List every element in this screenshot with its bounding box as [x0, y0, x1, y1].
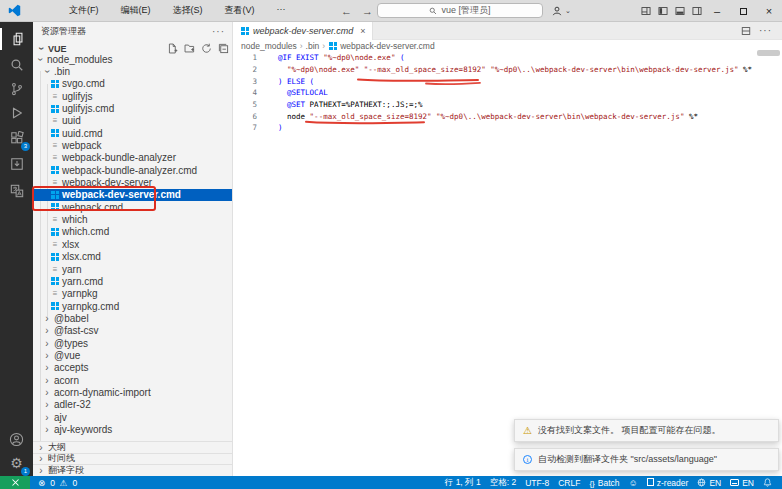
status-item[interactable]: 行 1, 列 1 — [445, 477, 481, 489]
translate-icon[interactable] — [0, 180, 33, 202]
chevron-right-icon: › — [43, 350, 51, 361]
status-item[interactable]: UTF-8 — [525, 478, 549, 488]
search-icon[interactable] — [0, 54, 33, 76]
tree-item[interactable]: yarn.cmd — [33, 275, 233, 287]
run-debug-icon[interactable] — [0, 102, 33, 124]
chevron-right-icon: › — [43, 424, 51, 435]
tree-item[interactable]: xlsx.cmd — [33, 251, 233, 263]
sidebar-section[interactable]: ›时间线 — [33, 453, 233, 465]
status-right-items: 行 1, 列 1空格: 2UTF-8CRLF{}Batch☺z-readerEN… — [445, 477, 782, 489]
tree-item[interactable]: ›@types — [33, 337, 233, 349]
tree-item[interactable]: webpack-bundle-analyzer.cmd — [33, 164, 233, 176]
tree-item[interactable]: ›accepts — [33, 362, 233, 374]
tree-item[interactable]: svgo.cmd — [33, 78, 233, 90]
back-icon[interactable]: ← — [341, 5, 352, 17]
tree-item[interactable]: which.cmd — [33, 226, 233, 238]
file-icon: ≡ — [51, 215, 59, 224]
toggle-secondary-sidebar-icon[interactable] — [692, 6, 702, 16]
menu-item[interactable]: 选择(S) — [165, 1, 211, 20]
problems-indicator[interactable]: ⊗0 ⚠0 — [38, 478, 77, 488]
tree-item[interactable]: yarnpkg.cmd — [33, 300, 233, 312]
notification-toast[interactable]: i自动检测到翻译文件夹 "src/assets/language" — [514, 448, 779, 471]
status-item[interactable]: {}Batch — [589, 478, 619, 488]
code-editor[interactable]: 1@IF EXIST "%~dp0\node.exe" (2 "%~dp0\no… — [233, 52, 782, 134]
more-actions-icon[interactable]: ··· — [759, 25, 772, 36]
toggle-panel-icon[interactable] — [675, 6, 685, 16]
tree-item[interactable]: ≡webpack — [33, 139, 233, 151]
close-button[interactable]: × — [756, 0, 782, 22]
status-item[interactable]: 空格: 2 — [490, 477, 516, 489]
settings-gear-icon[interactable]: ⚙ 1 — [0, 452, 33, 474]
search-placeholder-text: vue [管理员] — [441, 4, 490, 17]
tree-item[interactable]: uglifyjs.cmd — [33, 102, 233, 114]
tree-item[interactable]: ›@vue — [33, 349, 233, 361]
profile-button[interactable]: ⌄ — [551, 3, 571, 19]
explorer-icon[interactable] — [0, 28, 33, 50]
remote-indicator[interactable] — [0, 476, 30, 489]
tree-item[interactable]: ›@fast-csv — [33, 325, 233, 337]
status-item[interactable]: CRLF — [558, 478, 580, 488]
breadcrumb-item[interactable]: webpack-dev-server.cmd — [340, 41, 434, 51]
tree-item[interactable]: uuid.cmd — [33, 127, 233, 139]
maximize-button[interactable] — [730, 0, 756, 22]
customize-layout-icon[interactable] — [641, 6, 651, 16]
status-item[interactable]: EN — [730, 478, 754, 488]
tree-item[interactable]: ≡webpack-bundle-analyzer — [33, 152, 233, 164]
tree-item[interactable]: ›ajv-keywords — [33, 423, 233, 435]
status-item[interactable] — [763, 478, 772, 487]
tree-item-label: xlsx.cmd — [62, 251, 101, 262]
forward-icon[interactable]: → — [362, 5, 373, 17]
source-control-icon[interactable] — [0, 78, 33, 100]
menu-item[interactable]: 文件(F) — [61, 1, 107, 20]
window-controls: – × — [704, 0, 782, 22]
extensions-badge: 3 — [21, 142, 30, 151]
menu-item[interactable]: ··· — [269, 1, 294, 20]
menu-item[interactable]: 查看(V) — [217, 1, 263, 20]
status-item[interactable]: ☺ — [629, 478, 638, 488]
status-item[interactable]: z-reader — [647, 478, 689, 488]
vscode-window: 文件(F)编辑(E)选择(S)查看(V)··· ← → vue [管理员] ⌄ … — [0, 0, 782, 489]
chevron-right-icon: › — [43, 375, 51, 386]
sidebar-section[interactable]: ›翻译字段 — [33, 464, 233, 476]
notification-toast[interactable]: ⚠没有找到文案文件。 项目配置可能存在问题。 — [514, 419, 779, 442]
split-editor-icon[interactable] — [741, 26, 751, 36]
tree-item[interactable]: ≡which — [33, 213, 233, 225]
z-reader-icon[interactable] — [0, 153, 33, 175]
breadcrumb-item[interactable]: .bin — [306, 41, 320, 51]
line-number: 5 — [233, 100, 257, 109]
tree-item[interactable]: ≡yarnpkg — [33, 288, 233, 300]
tree-item-label: xlsx — [62, 239, 79, 250]
code-line: 2 "%~dp0\node.exe" "--max_old_space_size… — [233, 64, 782, 76]
explorer-sidebar: 资源管理器 ··· › VUE ›node_modules›.binsvgo.c… — [33, 22, 233, 476]
file-icon: ≡ — [51, 289, 59, 298]
tree-item[interactable]: ›adler-32 — [33, 399, 233, 411]
breadcrumb-item[interactable]: node_modules — [241, 41, 297, 51]
status-item[interactable]: EN — [697, 478, 721, 488]
tree-item[interactable]: ›node_modules — [33, 53, 233, 65]
chevron-right-icon: › — [43, 325, 51, 336]
tab-webpack-dev-server[interactable]: webpack-dev-server.cmd × — [233, 22, 373, 40]
tree-item[interactable]: ≡uglifyjs — [33, 90, 233, 102]
code-text: ) ELSE ( — [278, 77, 314, 86]
more-actions-icon[interactable]: ··· — [212, 26, 225, 37]
tree-item[interactable]: ›.bin — [33, 65, 233, 77]
minimize-button[interactable]: – — [704, 0, 730, 22]
tree-item[interactable]: ≡xlsx — [33, 238, 233, 250]
menu-item[interactable]: 编辑(E) — [113, 1, 159, 20]
toggle-sidebar-icon[interactable] — [658, 6, 668, 16]
explorer-title: 资源管理器 — [41, 25, 86, 38]
extensions-icon[interactable]: 3 — [0, 127, 33, 149]
sidebar-section[interactable]: ›大纲 — [33, 441, 233, 453]
tree-item[interactable]: ›@babel — [33, 312, 233, 324]
tree-item[interactable]: ›acorn-dynamic-import — [33, 386, 233, 398]
command-center-search[interactable]: vue [管理员] — [377, 3, 543, 18]
scrollbar-thumb[interactable] — [757, 50, 780, 56]
tree-item[interactable]: ›ajv — [33, 411, 233, 423]
tab-close-icon[interactable]: × — [360, 26, 365, 36]
chevron-right-icon: › — [43, 362, 51, 373]
account-icon[interactable] — [0, 428, 33, 450]
tree-item[interactable]: ≡yarn — [33, 263, 233, 275]
file-tree: ›node_modules›.binsvgo.cmd≡uglifyjsuglif… — [33, 53, 233, 458]
tree-item[interactable]: ›acorn — [33, 374, 233, 386]
tree-item[interactable]: ≡uuid — [33, 115, 233, 127]
